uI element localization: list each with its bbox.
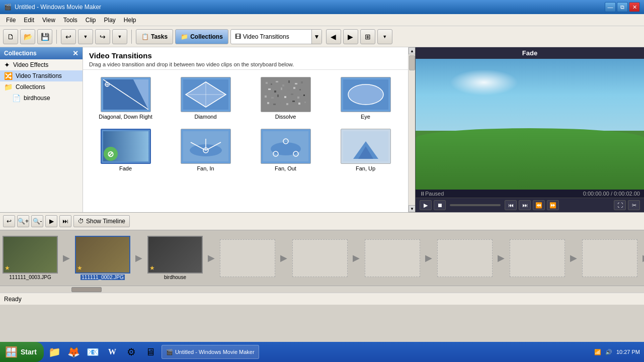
menu-play[interactable]: Play xyxy=(100,16,120,25)
sidebar-item-collections[interactable]: 📁 Collections xyxy=(0,81,83,93)
content-description: Drag a video transition and drop it betw… xyxy=(89,61,402,67)
svg-rect-37 xyxy=(298,103,300,105)
svg-rect-18 xyxy=(301,81,303,83)
menu-file[interactable]: File xyxy=(2,16,20,25)
minimize-button[interactable]: — xyxy=(605,2,616,12)
svg-rect-33 xyxy=(273,104,276,105)
taskbar-icon-settings[interactable]: ⚙ xyxy=(122,343,140,361)
next-frame-button[interactable]: ⏭ xyxy=(519,200,531,210)
svg-rect-12 xyxy=(266,82,268,84)
transition-diagonal-down-right[interactable]: Diagonal, Down Right xyxy=(88,75,163,122)
zoom-out-button[interactable]: 🔍- xyxy=(31,215,43,227)
transition-fan-up[interactable]: Fan, Up xyxy=(328,127,403,173)
show-timeline-button[interactable]: ⏱ Show Timeline xyxy=(73,215,130,227)
preview-controls: ▶ ⏹ ⏮ ⏭ ⏪ ⏩ ⛶ ✂ xyxy=(416,198,644,212)
taskbar-icon-display[interactable]: 🖥 xyxy=(141,343,159,361)
taskbar-window-title: Untitled - Windows Movie Maker xyxy=(175,349,255,355)
view-options-button[interactable]: ⊞ xyxy=(360,29,375,44)
undo-button[interactable]: ↩ xyxy=(61,29,76,44)
storyboard-arrow-9: ▶ xyxy=(638,239,644,277)
sidebar-item-video-transitions[interactable]: 🔀 Video Transitions xyxy=(0,70,83,81)
dropdown-icon: 🎞 xyxy=(235,33,241,40)
stop-button[interactable]: ⏹ xyxy=(434,200,446,210)
prev-clip-button[interactable]: ⏪ xyxy=(533,200,545,210)
svg-rect-35 xyxy=(286,103,288,105)
play-full-button[interactable]: ⏭ xyxy=(59,215,71,227)
menu-edit[interactable]: Edit xyxy=(20,16,38,25)
transition-fan-out[interactable]: Fan, Out xyxy=(248,127,323,173)
save-button[interactable]: 💾 xyxy=(37,29,52,44)
fullscreen-button[interactable]: ⛶ xyxy=(614,200,626,210)
transition-thumb-eye xyxy=(341,77,391,112)
taskbar-window-icon: 🎬 xyxy=(166,349,173,355)
seek-bar[interactable] xyxy=(450,204,501,206)
play-button[interactable]: ▶ xyxy=(420,200,432,210)
redo-arrow[interactable]: ▼ xyxy=(112,29,127,44)
scroll-up-button[interactable]: ▲ xyxy=(409,47,415,54)
video-transitions-icon: 🔀 xyxy=(4,72,13,80)
taskbar-window-moviemaker[interactable]: 🎬 Untitled - Windows Movie Maker xyxy=(162,345,259,359)
transition-dropdown[interactable]: 🎞 Video Transitions ▼ xyxy=(230,29,322,44)
app-icon: 🎬 xyxy=(4,4,12,11)
status-text: Ready xyxy=(4,296,22,303)
split-button[interactable]: ✂ xyxy=(628,200,640,210)
taskbar-icon-folder[interactable]: 📁 xyxy=(46,343,64,361)
scroll-down-button[interactable]: ▼ xyxy=(409,205,415,212)
svg-rect-24 xyxy=(299,89,301,90)
forward-nav-button[interactable]: ▶ xyxy=(343,29,358,44)
redo-button[interactable]: ↪ xyxy=(95,29,110,44)
view-arrow[interactable]: ▼ xyxy=(377,29,392,44)
next-clip-button[interactable]: ⏩ xyxy=(547,200,559,210)
clip-star-1: ★ xyxy=(5,264,10,272)
new-button[interactable]: 🗋 xyxy=(3,29,18,44)
taskbar-icon-email[interactable]: 📧 xyxy=(84,343,102,361)
scroll-track-area xyxy=(409,54,415,205)
preview-video xyxy=(416,59,644,190)
preview-time-total: 0:00:02.00 xyxy=(614,191,640,197)
menu-help[interactable]: Help xyxy=(120,16,140,25)
sidebar-close-button[interactable]: ✕ xyxy=(72,49,78,57)
transition-eye[interactable]: Eye xyxy=(328,75,403,122)
maximize-button[interactable]: ⧉ xyxy=(617,2,628,12)
transition-fan-in[interactable]: Fan, In xyxy=(168,127,243,173)
menu-clip[interactable]: Clip xyxy=(82,16,100,25)
open-button[interactable]: 📂 xyxy=(20,29,35,44)
toolbar: 🗋 📂 💾 ↩ ▼ ↪ ▼ 📋 Tasks 📁 Collections 🎞 Vi… xyxy=(0,26,644,47)
start-button[interactable]: 🪟 Start xyxy=(0,342,44,362)
storyboard-clip-3[interactable]: ★ birdhouse xyxy=(147,236,203,280)
storyboard-clip-1[interactable]: ★ 111111_0003.JPG xyxy=(3,236,58,280)
storyboard-empty-2 xyxy=(292,239,348,277)
sidebar-item-birdhouse[interactable]: 📄 birdhouse xyxy=(0,93,83,104)
transition-thumb-fan-out xyxy=(261,129,311,164)
tasks-label: Tasks xyxy=(151,33,168,40)
back-nav-button[interactable]: ◀ xyxy=(326,29,341,44)
taskbar-icon-firefox[interactable]: 🦊 xyxy=(65,343,83,361)
undo-arrow[interactable]: ▼ xyxy=(78,29,93,44)
storyboard-empty-3 xyxy=(365,239,420,277)
prev-frame-button[interactable]: ⏮ xyxy=(505,200,517,210)
play-storyboard-button[interactable]: ▶ xyxy=(45,215,57,227)
sidebar-label-collections: Collections xyxy=(16,83,45,90)
dropdown-arrow[interactable]: ▼ xyxy=(311,29,321,44)
zoom-in-button[interactable]: 🔍+ xyxy=(17,215,29,227)
title-bar: 🎬 Untitled - Windows Movie Maker — ⧉ ✕ xyxy=(0,0,644,14)
storyboard-scrollbar[interactable] xyxy=(0,286,644,293)
storyboard-scroll-thumb[interactable] xyxy=(71,287,102,292)
toolbar-sep-1 xyxy=(56,30,57,44)
menu-tools[interactable]: Tools xyxy=(59,16,82,25)
timeline-nav-back[interactable]: ↩ xyxy=(3,215,15,227)
transition-fade[interactable]: ⊘ Fade xyxy=(88,127,163,173)
content-scrollbar[interactable]: ▲ ▼ xyxy=(408,47,415,212)
menu-view[interactable]: View xyxy=(38,16,59,25)
scroll-thumb[interactable] xyxy=(409,55,415,70)
collections-button[interactable]: 📁 Collections xyxy=(175,29,228,44)
taskbar-icon-word[interactable]: W xyxy=(103,343,121,361)
transition-label-eye: Eye xyxy=(361,114,370,120)
close-button[interactable]: ✕ xyxy=(629,2,640,12)
tasks-button[interactable]: 📋 Tasks xyxy=(136,29,173,44)
svg-rect-13 xyxy=(271,83,272,85)
storyboard-clip-2[interactable]: ★ 111111_0002.JPG xyxy=(75,236,130,280)
sidebar-item-video-effects[interactable]: ✦ Video Effects xyxy=(0,59,83,70)
transition-diamond[interactable]: Diamond xyxy=(168,75,243,122)
transition-dissolve[interactable]: Dissolve xyxy=(248,75,323,122)
